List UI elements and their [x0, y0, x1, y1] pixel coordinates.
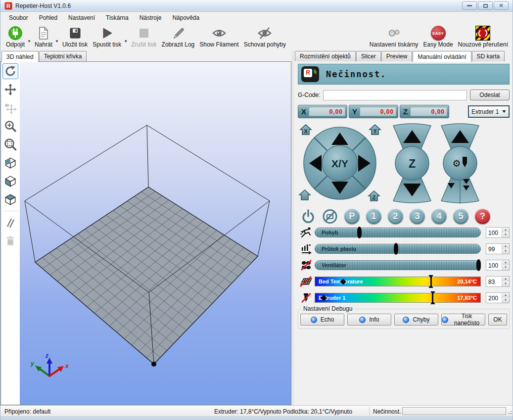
debug-echo-button[interactable]: Echo [300, 314, 344, 326]
extruder-temp-value[interactable]: 200 [486, 293, 502, 303]
menu-nastaveni[interactable]: Nastavení [63, 12, 100, 23]
start-print-button[interactable]: Spustit tisk [90, 25, 124, 48]
fan-slider[interactable]: Ventilátor [315, 260, 481, 270]
fan-slider-handle[interactable] [476, 259, 481, 271]
bed-temp-spinner[interactable]: 83 ▲▼ [486, 276, 510, 287]
debug-settings-group: Nastavení Debugu Echo Info Chyby [298, 309, 510, 329]
x-position-readout: X 0,00 [298, 105, 347, 118]
home-all-button[interactable] [299, 190, 310, 200]
tab-slicer[interactable]: Slicer [356, 51, 381, 61]
preset-3-button[interactable]: 3 [410, 209, 425, 224]
tab-object-placement[interactable]: Rozmístění objektů [295, 51, 356, 61]
flow-value[interactable]: 99 [486, 244, 502, 254]
z-jog-pad[interactable]: Z [393, 124, 431, 203]
front-view-button[interactable] [2, 173, 18, 189]
flow-spinner-arrows[interactable]: ▲▼ [502, 244, 509, 254]
isometric-view-button[interactable] [2, 155, 18, 171]
preset-2-button[interactable]: 2 [388, 209, 403, 224]
move-view-button[interactable] [2, 82, 18, 97]
printer-settings-button[interactable]: ⚙⚙ Nastavení tiskárny [367, 25, 421, 48]
bed-spinner-arrows[interactable]: ▲▼ [502, 277, 509, 286]
close-button[interactable]: ✕ [494, 1, 509, 10]
extruder-temp-spinner[interactable]: 200 ▲▼ [486, 292, 510, 303]
help-button[interactable]: ? [475, 209, 490, 224]
preset-5-button[interactable]: 5 [453, 209, 468, 224]
debug-dryrun-button[interactable]: Tisk nanečisto [441, 314, 485, 326]
floppy-icon [69, 27, 82, 40]
toggle-bed-button[interactable] [322, 209, 338, 224]
speed-slider-handle[interactable] [357, 227, 362, 238]
parallel-projection-button[interactable] [2, 215, 18, 231]
xy-jog-pad[interactable]: X/Y [304, 127, 376, 199]
3d-viewport[interactable]: y z x [20, 62, 291, 405]
power-button[interactable] [301, 209, 316, 224]
svg-text:X/Y: X/Y [331, 158, 348, 169]
z-position-value: 0,00 [410, 107, 447, 116]
window-frame-bottom [0, 417, 513, 420]
tab-preview[interactable]: Preview [381, 51, 413, 61]
disconnect-button[interactable]: Odpojit [3, 25, 27, 48]
flow-slider-handle[interactable] [394, 243, 398, 255]
save-print-button[interactable]: Uložit tisk [60, 25, 90, 48]
park-button[interactable]: P [344, 209, 360, 224]
svg-text:y: y [30, 360, 35, 367]
extruder-jog-pad[interactable]: ⚙ [441, 124, 479, 204]
gcode-input[interactable] [323, 90, 467, 100]
extruder-target-handle[interactable] [432, 292, 433, 304]
tab-manual-control[interactable]: Manuální ovládání [413, 51, 471, 62]
fan-spinner[interactable]: 100 ▲▼ [486, 260, 510, 271]
preset-1-button[interactable]: 1 [366, 209, 381, 224]
fan-value[interactable]: 100 [486, 260, 502, 270]
bed-target-handle[interactable] [430, 276, 432, 287]
speed-spinner-arrows[interactable]: ▲▼ [502, 228, 509, 237]
speed-spinner[interactable]: 100 ▲▼ [486, 227, 510, 238]
maximize-button[interactable] [478, 1, 493, 10]
emergency-stop-button[interactable]: Nouzové přerušení [456, 25, 511, 48]
rotate-view-button[interactable] [2, 63, 18, 79]
show-log-button[interactable]: Zobrazit Log [159, 25, 197, 48]
load-dropdown-caret[interactable]: ▼ [55, 39, 60, 50]
hide-travel-button[interactable]: Schovat pohyby [241, 25, 288, 48]
flow-spinner[interactable]: 99 ▲▼ [486, 243, 510, 254]
flow-slider[interactable]: Průtok plastu [315, 244, 481, 254]
info-led-icon [359, 317, 366, 323]
title-bar: R Repetier-Host V1.0.6 ✕ [0, 0, 513, 12]
menu-tiskarna[interactable]: Tiskárna [100, 12, 134, 23]
menu-pohled[interactable]: Pohled [34, 12, 63, 23]
preset-4-button[interactable]: 4 [431, 209, 447, 224]
debug-ok-button[interactable]: OK [488, 314, 507, 326]
load-button[interactable]: Nahrát [32, 25, 55, 48]
debug-info-button[interactable]: Info [347, 314, 391, 326]
delete-object-button[interactable] [2, 233, 18, 249]
disconnect-dropdown-caret[interactable]: ▼ [27, 39, 32, 50]
tab-sd-card[interactable]: SD karta [472, 51, 505, 61]
top-view-button[interactable] [2, 191, 18, 207]
menu-soubor[interactable]: Soubor [3, 12, 34, 23]
extruder-spinner-arrows[interactable]: ▲▼ [502, 293, 509, 303]
fan-spinner-arrows[interactable]: ▲▼ [502, 260, 509, 270]
tab-3d-preview[interactable]: 3D náhled [1, 51, 39, 62]
speed-slider[interactable]: Pohyb [315, 228, 481, 237]
zoom-in-button[interactable] [2, 118, 18, 134]
send-gcode-button[interactable]: Odeslat [470, 90, 510, 100]
tab-temperature-curve[interactable]: Teplotní křivka [39, 51, 87, 61]
menu-nastroje[interactable]: Nástroje [134, 12, 167, 23]
debug-errors-button[interactable]: Chyby [394, 314, 438, 326]
speed-value[interactable]: 100 [486, 228, 502, 237]
move-object-button[interactable] [2, 100, 18, 116]
easy-mode-button[interactable]: EASY Easy Mode [421, 25, 456, 48]
menu-napoveda[interactable]: Nápověda [167, 12, 205, 23]
show-filament-button[interactable]: Show Filament [197, 25, 241, 48]
minimize-button[interactable] [462, 1, 477, 10]
bed-temp-value[interactable]: 83 [486, 277, 502, 286]
start-dropdown-caret[interactable]: ▼ [124, 39, 129, 50]
extruder-temp-slider[interactable]: Extruder 1 17,83°C [315, 293, 481, 303]
extruder-select[interactable]: Extruder 1 [468, 105, 510, 118]
home-y-button[interactable]: Y [370, 125, 380, 135]
fit-view-button[interactable] [2, 137, 18, 152]
repetier-logo-icon: R [301, 66, 319, 82]
home-z-button[interactable]: Z [369, 191, 379, 201]
home-x-button[interactable]: X [300, 125, 311, 135]
bed-temp-slider[interactable]: Bed Temperature 20,14°C [315, 277, 481, 286]
cancel-print-button[interactable]: Zrušit tisk [129, 25, 159, 48]
